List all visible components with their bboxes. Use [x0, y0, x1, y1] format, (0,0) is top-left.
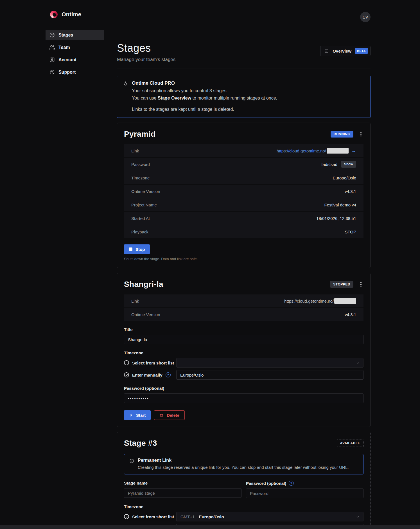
- row-value: v4.3.1: [345, 312, 356, 317]
- row-label: Started At: [131, 216, 150, 221]
- permanent-link-text: Permanent Link Creating this stage reser…: [138, 458, 349, 470]
- start-button-label: Start: [136, 413, 146, 418]
- radio-checked-icon[interactable]: [124, 514, 129, 519]
- row-label: Link: [131, 148, 139, 153]
- subscription-line-2-post: to monitor multiple running stages at on…: [191, 96, 277, 100]
- sidebar-item-label: Support: [58, 70, 76, 75]
- delete-stage-button[interactable]: Delete: [154, 410, 185, 420]
- table-row-started: Started At 18/01/2026, 12:38:51: [124, 212, 363, 225]
- stop-icon: [129, 247, 132, 251]
- timezone-select[interactable]: GMT+1 Europe/Oslo: [176, 512, 363, 521]
- manual-timezone-input[interactable]: [176, 370, 363, 380]
- password-help-icon[interactable]: ?: [289, 481, 294, 486]
- row-value: STOP: [345, 229, 356, 234]
- sidebar: Stages Team Account Support: [46, 30, 104, 77]
- shangrila-actions: Start Delete: [124, 410, 363, 420]
- start-stage-button[interactable]: Start: [124, 410, 151, 420]
- row-value: fadsfsad Show: [321, 161, 356, 168]
- app-window: Ontime CV Stages Team Account Support: [0, 0, 420, 529]
- sidebar-item-support[interactable]: Support: [46, 67, 104, 77]
- subscription-banner-title: Ontime Cloud PRO: [132, 80, 277, 86]
- row-label: Project Name: [131, 202, 157, 207]
- manual-timezone-wrapper: [176, 370, 363, 380]
- radio-option: Select from short list: [124, 360, 176, 365]
- subscription-line-2-pre: You can use: [132, 96, 158, 100]
- pyramid-details-table: Link https://cloud.getontime.no/→ Passwo…: [124, 144, 363, 238]
- title-input[interactable]: [124, 335, 363, 344]
- password-input[interactable]: [124, 393, 363, 403]
- permanent-link-title: Permanent Link: [138, 458, 349, 463]
- subscription-line-2-bold: Stage Overview: [158, 96, 191, 100]
- shangrila-title: Shangri-la: [124, 280, 330, 289]
- cube-icon: [49, 32, 55, 38]
- open-link-arrow-icon[interactable]: →: [351, 148, 356, 154]
- brand-name: Ontime: [62, 11, 81, 18]
- stage3-title: Stage #3: [124, 439, 337, 448]
- stage-link: https://cloud.getontime.no/: [284, 299, 334, 303]
- stage-name-column: Stage name: [124, 474, 241, 498]
- row-value: 18/01/2026, 12:38:51: [316, 216, 356, 221]
- subscription-line-1: Your subscription allows you to control …: [132, 88, 277, 93]
- row-value: Festival demo v4: [324, 202, 356, 207]
- row-label: Link: [131, 299, 139, 303]
- pyramid-kebab-menu-icon[interactable]: [358, 131, 363, 137]
- subscription-banner-text: Ontime Cloud PRO Your subscription allow…: [132, 80, 277, 112]
- table-row-version: Ontime Version v4.3.1: [124, 308, 363, 321]
- bottom-edge-strip: [0, 525, 420, 529]
- stage-link[interactable]: https://cloud.getontime.no/: [277, 148, 326, 153]
- permanent-link-banner: Permanent Link Creating this stage reser…: [124, 454, 363, 474]
- timezone-manual-row: Enter manually ?: [124, 370, 363, 380]
- shangrila-card-header: Shangri-la STOPPED: [124, 280, 363, 289]
- show-password-button[interactable]: Show: [341, 161, 356, 168]
- timezone-select[interactable]: [176, 358, 363, 368]
- chevron-down-icon: [356, 515, 360, 519]
- sidebar-item-stages[interactable]: Stages: [46, 30, 104, 40]
- sidebar-item-label: Account: [58, 57, 76, 62]
- permanent-link-body: Creating this stage reserves a unique li…: [138, 465, 349, 470]
- table-row-timezone: Timezone Europe/Oslo: [124, 171, 363, 184]
- password-label-text: Password (optional): [246, 481, 286, 486]
- stage3-card-header: Stage #3 AVAILABLE: [124, 439, 363, 448]
- shangrila-details-table: Link https://cloud.getontime.no/ Ontime …: [124, 294, 363, 321]
- stop-button-label: Stop: [136, 247, 145, 252]
- redacted-link-segment: [327, 148, 349, 154]
- row-label: Timezone: [131, 175, 150, 180]
- help-bubble-icon: [49, 69, 55, 75]
- table-row-link: Link https://cloud.getontime.no/: [124, 294, 363, 307]
- timezone-select-wrapper: [176, 358, 363, 368]
- timezone-section-label: Timezone: [124, 350, 363, 355]
- password-input[interactable]: [246, 489, 363, 498]
- radio-option: Select from short list: [124, 514, 176, 519]
- stage3-status-badge: AVAILABLE: [337, 440, 363, 447]
- shangrila-status-badge: STOPPED: [330, 281, 353, 288]
- row-label: Password: [131, 162, 150, 167]
- sidebar-item-account[interactable]: Account: [46, 55, 104, 65]
- overview-label: Overview: [333, 49, 351, 53]
- stage-card-shangrila: Shangri-la STOPPED Link https://cloud.ge…: [117, 273, 371, 427]
- selected-gmt-offset: GMT+1: [180, 514, 195, 519]
- play-icon: [129, 413, 133, 417]
- radio-checked-icon[interactable]: [124, 372, 129, 377]
- id-card-icon: [49, 57, 55, 62]
- pyramid-status-badge: RUNNING: [331, 131, 354, 138]
- stop-stage-button[interactable]: Stop: [124, 244, 150, 254]
- subscription-banner: Ontime Cloud PRO Your subscription allow…: [117, 76, 371, 118]
- sidebar-item-label: Stages: [58, 33, 73, 38]
- row-value: Europe/Oslo: [333, 175, 356, 180]
- radio-unchecked-icon[interactable]: [124, 360, 129, 365]
- main-content: Stages Manage your team's stages Overvie…: [117, 0, 371, 529]
- sidebar-item-label: Team: [58, 45, 70, 50]
- sidebar-item-team[interactable]: Team: [46, 42, 104, 53]
- brand: Ontime: [50, 11, 81, 18]
- chevron-down-icon: [356, 361, 360, 365]
- row-label: Ontime Version: [131, 189, 160, 194]
- shangrila-kebab-menu-icon[interactable]: [358, 282, 363, 287]
- manual-help-icon[interactable]: ?: [166, 372, 171, 377]
- stage-name-input[interactable]: [124, 488, 241, 498]
- shortlist-radio-label: Select from short list: [132, 514, 174, 519]
- trash-icon: [159, 413, 164, 417]
- shortlist-radio-label: Select from short list: [132, 361, 174, 365]
- page-subtitle: Manage your team's stages: [117, 57, 371, 62]
- overview-button[interactable]: Overview BETA: [320, 46, 371, 56]
- row-value: https://cloud.getontime.no/→: [277, 148, 356, 154]
